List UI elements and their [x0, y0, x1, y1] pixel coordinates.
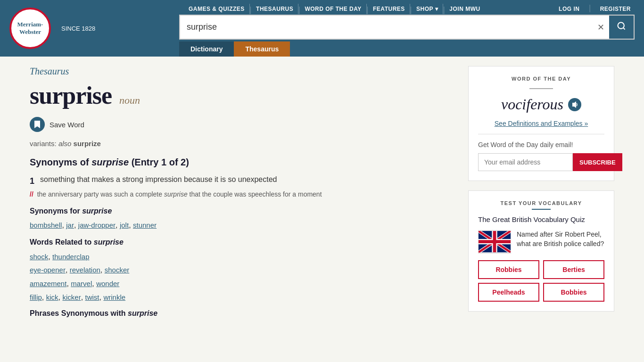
logo[interactable]: Merriam- Webster: [9, 8, 51, 49]
vocab-title: The Great British Vocabulary Quiz: [478, 215, 604, 223]
entry-number: 1: [30, 176, 34, 186]
related-group-1: shock, thunderclap: [30, 250, 430, 264]
search-clear-button[interactable]: ✕: [593, 17, 609, 37]
top-navigation: GAMES & QUIZZES | THESAURUS | WORD OF TH…: [179, 0, 644, 14]
entry-block: 1 something that makes a strong impressi…: [30, 175, 430, 189]
nav-games[interactable]: GAMES & QUIZZES: [189, 4, 250, 14]
related-shock[interactable]: shock: [30, 253, 48, 261]
nav-features[interactable]: FEATURES: [368, 4, 410, 14]
related-twist[interactable]: twist: [85, 293, 99, 301]
main-content: Thesaurus surprise noun Save Word varian…: [16, 57, 628, 331]
content-area: Thesaurus surprise noun Save Word varian…: [30, 66, 454, 321]
related-list: shock, thunderclap eye-opener, revelatio…: [30, 250, 430, 304]
since-label: SINCE 1828: [61, 25, 95, 32]
related-thunderclap[interactable]: thunderclap: [52, 253, 89, 261]
phrases-label: Phrases Synonymous with surprise: [30, 309, 430, 318]
variant-word: surprize: [74, 140, 101, 148]
nav-wotd[interactable]: WORD OF THE DAY: [300, 4, 366, 14]
main-word: surprise: [30, 82, 112, 109]
related-label: Words Related to surprise: [30, 238, 430, 247]
nav-links: GAMES & QUIZZES | THESAURUS | WORD OF TH…: [189, 4, 485, 14]
email-input[interactable]: [478, 153, 573, 171]
login-button[interactable]: LOG IN: [555, 4, 583, 14]
nav-thesaurus[interactable]: THESAURUS: [251, 4, 298, 14]
search-submit-button[interactable]: [609, 16, 634, 39]
related-fillip[interactable]: fillip: [30, 293, 42, 301]
bookmark-icon: [34, 120, 41, 129]
related-wrinkle[interactable]: wrinkle: [103, 293, 125, 301]
synonyms-list: bombshell, jar, jaw-dropper, jolt, stunn…: [30, 219, 430, 231]
entry-definition: something that makes a strong impression…: [40, 175, 430, 184]
bookmark-button[interactable]: [30, 117, 45, 132]
related-kick[interactable]: kick: [46, 293, 58, 301]
part-of-speech: noun: [119, 94, 140, 107]
synonyms-heading: Synonyms of surprise (Entry 1 of 2): [30, 157, 430, 168]
vocab-answer-peelheads[interactable]: Peelheads: [478, 283, 539, 302]
speaker-icon: [572, 101, 578, 108]
related-group-2: eye-opener, revelation, shocker: [30, 263, 430, 277]
search-input[interactable]: [180, 17, 593, 37]
related-marvel[interactable]: marvel: [71, 280, 92, 288]
vocab-divider: [532, 209, 551, 210]
email-form: SUBSCRIBE: [478, 153, 604, 171]
svg-marker-2: [572, 101, 576, 108]
subscribe-button[interactable]: SUBSCRIBE: [573, 153, 622, 171]
related-wonder[interactable]: wonder: [96, 280, 119, 288]
auth-links: LOG IN | REGISTER: [555, 4, 635, 14]
syn-jolt[interactable]: jolt: [120, 221, 129, 229]
header: Merriam- Webster SINCE 1828 GAMES & QUIZ…: [0, 0, 644, 57]
syn-jaw-dropper[interactable]: jaw-dropper: [78, 221, 116, 229]
syn-jar[interactable]: jar: [66, 221, 74, 229]
variants: variants: also surprize: [30, 140, 430, 148]
svg-point-0: [618, 23, 624, 29]
vocab-image-row: Named after Sir Robert Peel, what are Br…: [478, 230, 604, 254]
syn-bombshell[interactable]: bombshell: [30, 221, 62, 229]
flag-image: [478, 230, 511, 254]
section-label: Thesaurus: [30, 66, 430, 77]
wotd-divider: [478, 134, 604, 134]
svg-line-1: [623, 28, 625, 30]
wotd-definitions-link[interactable]: See Definitions and Examples »: [478, 120, 604, 127]
register-button[interactable]: REGISTER: [596, 4, 635, 14]
related-amazement[interactable]: amazement: [30, 280, 66, 288]
related-shocker[interactable]: shocker: [105, 266, 130, 274]
tab-dictionary[interactable]: Dictionary: [179, 41, 234, 57]
word-heading: surprise noun: [30, 82, 430, 109]
email-prompt: Get Word of the Day daily email!: [478, 141, 604, 148]
related-group-3: amazement, marvel, wonder: [30, 277, 430, 291]
audio-button[interactable]: [568, 98, 581, 111]
example-slash: //: [30, 190, 33, 198]
vocab-answer-bobbies[interactable]: Bobbies: [543, 283, 604, 302]
synonyms-for-label: Synonyms for surprise: [30, 207, 430, 215]
related-group-4: fillip, kick, kicker, twist, wrinkle: [30, 291, 430, 304]
example-sentence: // the anniversary party was such a comp…: [30, 189, 430, 199]
search-bar: ✕: [179, 15, 635, 40]
tab-thesaurus[interactable]: Thesaurus: [234, 41, 290, 57]
sidebar: WORD OF THE DAY vociferous See Definitio…: [468, 66, 614, 321]
related-kicker[interactable]: kicker: [62, 293, 81, 301]
nav-shop[interactable]: SHOP ▾: [412, 4, 443, 14]
vocab-answer-berties[interactable]: Berties: [543, 260, 604, 279]
vocab-answers: Robbies Berties Peelheads Bobbies: [478, 260, 604, 302]
search-icon: [617, 21, 626, 31]
wotd-label: WORD OF THE DAY: [478, 76, 604, 82]
syn-stunner[interactable]: stunner: [133, 221, 157, 229]
related-revelation[interactable]: revelation: [70, 266, 100, 274]
nav-join[interactable]: JOIN MWU: [445, 4, 485, 14]
vocab-card: TEST YOUR VOCABULARY The Great British V…: [468, 190, 614, 312]
vocab-question: Named after Sir Robert Peel, what are Br…: [517, 230, 604, 248]
logo-text: Merriam- Webster: [17, 21, 43, 35]
related-eye-opener[interactable]: eye-opener: [30, 266, 66, 274]
save-word-area: Save Word: [30, 117, 430, 132]
wotd-card: WORD OF THE DAY vociferous See Definitio…: [468, 66, 614, 181]
search-area: ✕ Dictionary Thesaurus: [179, 15, 644, 57]
search-tabs: Dictionary Thesaurus: [179, 41, 644, 57]
save-word-label[interactable]: Save Word: [50, 121, 84, 129]
logo-area: Merriam- Webster SINCE 1828: [9, 8, 95, 49]
vocab-answer-robbies[interactable]: Robbies: [478, 260, 539, 279]
uk-flag-svg: [479, 231, 511, 252]
vocab-label: TEST YOUR VOCABULARY: [478, 200, 604, 206]
wotd-word: vociferous: [478, 96, 604, 113]
